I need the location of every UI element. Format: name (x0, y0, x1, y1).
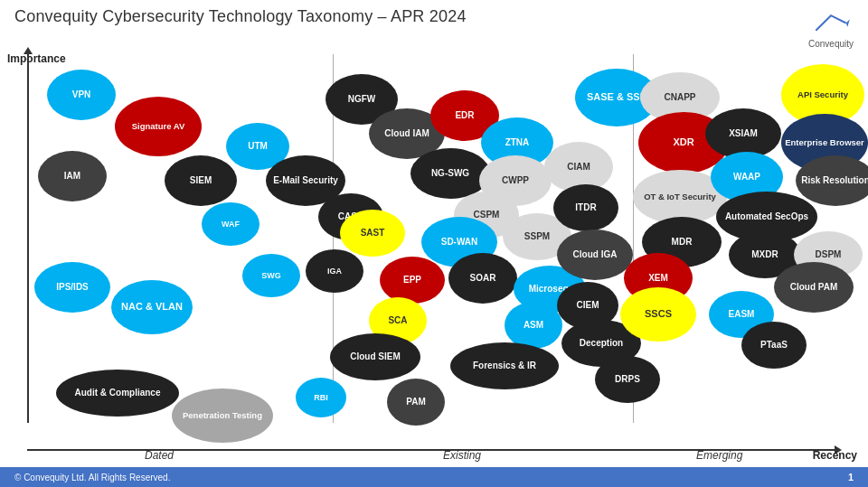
bubble-pen-testing: Penetration Testing (172, 389, 273, 443)
bubble-label-swg: SWG (258, 267, 285, 285)
bubble-label-sd-wan: SD-WAN (438, 233, 482, 251)
bubble-label-mxdr: MXDR (748, 246, 781, 264)
bubble-label-cwpp: CWPP (498, 172, 533, 190)
logo-text: Convequity (808, 39, 854, 49)
axis-existing-label: Existing (443, 449, 481, 462)
convequity-logo-icon (808, 7, 854, 39)
bubble-label-cloud-iam: Cloud IAM (381, 125, 432, 143)
bubble-label-vpn: VPN (69, 86, 95, 104)
bubble-ptaas: PTaaS (741, 322, 807, 369)
bubble-label-epp: EPP (400, 271, 425, 289)
footer-copyright: © Convequity Ltd. All Rights Reserved. (14, 473, 170, 482)
bubble-label-nac-vlan: NAC & VLAN (118, 297, 186, 316)
axis-dated-label: Dated (145, 449, 174, 462)
bubble-label-sspm: SSPM (521, 228, 553, 246)
bubble-forensics-ir: Forensics & IR (450, 342, 559, 389)
bubble-swg: SWG (242, 254, 300, 297)
axis-importance-label: Importance (7, 52, 66, 65)
bubble-iga: IGA (306, 249, 363, 293)
bubble-drps: DRPS (595, 356, 660, 403)
bubble-label-rbi: RBI (310, 389, 332, 407)
bubble-label-itdr: ITDR (571, 199, 599, 217)
bubble-label-waap: WAAP (730, 168, 764, 186)
bubble-risk-resolution: Risk Resolution (796, 155, 868, 206)
bubble-label-dspm: DSPM (812, 246, 845, 264)
bubble-vpn: VPN (47, 70, 116, 120)
axis-emerging-label: Emerging (696, 449, 742, 462)
bubble-asm: ASM (505, 302, 562, 349)
bubble-label-mdr: MDR (668, 233, 696, 251)
bubble-label-enterprise-browser: Enterprise Browser (781, 134, 868, 151)
bubble-label-signature-av: Signature AV (128, 117, 189, 135)
bubble-label-ciem: CIEM (573, 296, 603, 314)
bubble-label-risk-resolution: Risk Resolution (797, 172, 868, 190)
bubble-label-ot-iot-security: OT & IoT Security (640, 188, 720, 205)
bubble-label-ngfw: NGFW (344, 90, 380, 108)
chart-title: Convequity Cybersecurity Technology Taxo… (14, 7, 467, 26)
logo-area: Convequity (808, 7, 854, 49)
bubble-nac-vlan: NAC & VLAN (111, 280, 193, 334)
bubble-label-email-security: E-Mail Security (269, 172, 342, 190)
bubble-label-cloud-siem: Cloud SIEM (346, 348, 404, 366)
bubble-label-sscs: SSCS (641, 304, 675, 323)
bubble-ips-ids: IPS/IDS (34, 262, 110, 313)
bubble-cloud-siem: Cloud SIEM (330, 333, 420, 380)
bubble-label-xsiam: XSIAM (725, 125, 761, 143)
bubble-label-waf: WAF (218, 216, 243, 233)
bubble-label-asm: ASM (520, 316, 547, 334)
bubble-label-sca: SCA (384, 312, 410, 330)
bubble-audit-compliance: Audit & Compliance (56, 370, 179, 417)
chart-container: Convequity Cybersecurity Technology Taxo… (0, 0, 868, 487)
bubble-label-ng-swg: NG-SWG (428, 164, 473, 183)
bubble-waf: WAF (202, 202, 259, 246)
header: Convequity Cybersecurity Technology Taxo… (14, 7, 854, 49)
bubble-ng-swg: NG-SWG (410, 148, 490, 199)
bubble-label-pam: PAM (402, 393, 429, 411)
y-axis-arrow (27, 52, 29, 423)
bubble-label-api-security: API Security (794, 86, 852, 103)
bubble-label-forensics-ir: Forensics & IR (469, 357, 540, 375)
bubble-label-automated-secops: Automated SecOps (722, 208, 812, 226)
bubble-label-cnapp: CNAPP (660, 89, 699, 107)
bubble-iam: IAM (38, 151, 107, 201)
bubble-itdr: ITDR (553, 184, 618, 231)
bubble-label-cloud-pam: Cloud PAM (787, 278, 842, 296)
bubble-label-pen-testing: Penetration Testing (179, 407, 266, 424)
bubble-siem: SIEM (165, 155, 237, 206)
bubble-rbi: RBI (296, 378, 346, 417)
bubble-pam: PAM (387, 379, 445, 426)
footer-page-number: 1 (848, 472, 854, 482)
bubble-label-ips-ids: IPS/IDS (52, 278, 92, 296)
bubble-label-siem: SIEM (186, 172, 215, 190)
bubble-label-ztna: ZTNA (502, 134, 533, 152)
bubble-label-cloud-iga: Cloud IGA (570, 246, 621, 264)
axis-recency-label: Recency (813, 449, 857, 462)
bubble-label-xem: XEM (645, 269, 672, 287)
bubble-label-deception: Deception (576, 334, 627, 352)
bubble-signature-av: Signature AV (115, 97, 202, 156)
bubble-label-ciam: CIAM (563, 158, 594, 176)
bubble-label-sast: SAST (357, 224, 389, 242)
bubble-label-audit-compliance: Audit & Compliance (71, 384, 164, 402)
bubble-label-ptaas: PTaaS (757, 336, 791, 354)
bubble-label-soar: SOAR (467, 269, 500, 287)
bubble-soar: SOAR (448, 253, 517, 304)
bubble-label-xdr: XDR (669, 133, 697, 152)
bubble-label-drps: DRPS (611, 370, 644, 389)
bubble-cloud-pam: Cloud PAM (774, 262, 854, 313)
bubble-label-easm: EASM (725, 305, 759, 323)
bubble-label-iga: IGA (324, 263, 345, 280)
bubble-label-iam: IAM (61, 167, 84, 185)
footer: © Convequity Ltd. All Rights Reserved. 1 (0, 467, 868, 487)
bubble-label-edr: EDR (451, 107, 477, 125)
bubble-sast: SAST (340, 210, 405, 257)
svg-marker-0 (846, 19, 850, 26)
bubble-sscs: SSCS (620, 287, 696, 342)
bubble-cloud-iga: Cloud IGA (557, 229, 633, 280)
bubble-label-utm: UTM (244, 137, 271, 155)
bubble-epp: EPP (380, 257, 445, 304)
